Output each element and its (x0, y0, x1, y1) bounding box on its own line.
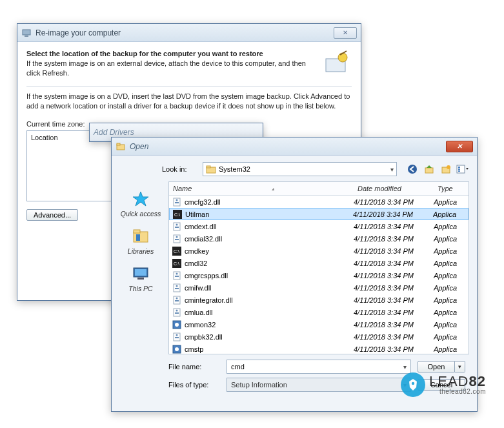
file-list-header[interactable]: Name▴ Date modified Type (169, 182, 469, 196)
file-name: cmdl32 (185, 260, 354, 267)
file-row[interactable]: cmdial32.dll4/11/2018 3:34 PMApplica (169, 232, 469, 245)
file-row[interactable]: cmintegrator.dll4/11/2018 3:34 PMApplica (169, 294, 469, 306)
file-type: Applica (434, 345, 466, 353)
reimage-titlebar[interactable]: Re-image your computer ✕ (17, 24, 361, 42)
place-libraries[interactable]: Libraries (128, 227, 154, 255)
open-icon (116, 141, 126, 152)
svg-rect-18 (136, 234, 140, 241)
watermark: LEAD82 thelead82.com (401, 372, 486, 397)
place-this-pc[interactable]: This PC (128, 264, 152, 292)
lookin-label: Look in: (162, 165, 197, 173)
folder-icon (206, 165, 216, 174)
svg-rect-38 (175, 276, 179, 277)
lookin-dropdown[interactable]: System32 ▾ (203, 162, 397, 176)
file-type-icon: C:\ (172, 246, 182, 256)
svg-text:C:\: C:\ (174, 261, 179, 266)
file-name: cmcfg32.dll (185, 198, 354, 206)
filetype-dropdown[interactable]: Setup Information ▾ (227, 378, 411, 392)
filetype-label: Files of type: (168, 381, 220, 389)
file-row[interactable]: C:\Utilman4/11/2018 3:34 PMApplica (169, 208, 469, 220)
nav-viewmenu-icon[interactable] (456, 163, 469, 176)
reimage-icon (21, 28, 32, 38)
open-title: Open (130, 142, 148, 151)
file-name: cmgrcspps.dll (185, 272, 354, 280)
reimage-heading: Select the location of the backup for th… (26, 50, 263, 57)
file-row[interactable]: cmlua.dll4/11/2018 3:34 PMApplica (169, 306, 469, 318)
file-name: cmdext.dll (185, 223, 354, 230)
svg-rect-1 (25, 36, 28, 37)
open-button[interactable]: Open (418, 361, 455, 372)
svg-rect-23 (175, 202, 179, 203)
add-drivers-title: Add Drivers (94, 128, 134, 137)
svg-point-24 (176, 199, 178, 201)
chevron-down-icon: ▾ (403, 363, 407, 371)
file-name: cmifw.dll (185, 284, 354, 292)
file-name: cmdkey (185, 247, 354, 255)
file-date: 4/11/2018 3:34 PM (354, 247, 434, 255)
file-type-icon (172, 197, 182, 207)
svg-text:C:\: C:\ (174, 212, 180, 217)
filename-input[interactable]: cmd ▾ (227, 360, 411, 374)
file-row[interactable]: cmmon324/11/2018 3:34 PMApplica (169, 318, 469, 331)
open-button-dropdown[interactable]: ▾ (455, 361, 465, 372)
svg-rect-15 (458, 170, 460, 172)
file-date: 4/11/2018 3:34 PM (354, 260, 434, 267)
file-type-icon (172, 283, 182, 293)
file-date: 4/11/2018 3:34 PM (354, 235, 434, 243)
svg-point-56 (412, 382, 414, 385)
file-date: 4/11/2018 3:34 PM (354, 223, 434, 230)
svg-point-3 (338, 53, 347, 62)
file-date: 4/11/2018 3:34 PM (354, 198, 434, 206)
file-date: 4/11/2018 3:34 PM (354, 333, 434, 341)
svg-rect-47 (175, 312, 179, 314)
file-type: Applica (433, 210, 465, 218)
svg-point-8 (408, 165, 417, 174)
svg-rect-14 (458, 168, 460, 170)
svg-point-11 (447, 165, 450, 169)
file-date: 4/11/2018 3:34 PM (353, 210, 433, 218)
file-type-icon (172, 270, 182, 281)
svg-point-55 (175, 347, 179, 351)
place-quick-access[interactable]: Quick access (121, 189, 161, 218)
advanced-button[interactable]: Advanced... (26, 209, 78, 221)
file-type: Applica (434, 247, 466, 255)
svg-point-32 (176, 236, 178, 238)
file-type-icon (172, 295, 182, 305)
file-type: Applica (434, 272, 466, 280)
file-row[interactable]: cmpbk32.dll4/11/2018 3:34 PMApplica (169, 331, 469, 343)
reimage-paragraph: If the system image is on a DVD, insert … (26, 92, 352, 111)
open-close-button[interactable]: ✕ (446, 141, 473, 152)
file-row[interactable]: C:\cmdl324/11/2018 3:34 PMApplica (169, 257, 469, 269)
file-date: 4/11/2018 3:34 PM (354, 272, 434, 280)
file-list[interactable]: cmcfg32.dll4/11/2018 3:34 PMApplicaC:\Ut… (169, 196, 469, 354)
open-titlebar[interactable]: Open ✕ (112, 138, 477, 156)
svg-point-39 (176, 272, 178, 274)
file-date: 4/11/2018 3:34 PM (354, 309, 434, 316)
nav-newfolder-icon[interactable] (439, 163, 452, 176)
svg-rect-12 (457, 165, 465, 173)
wizard-icon (322, 50, 352, 79)
svg-point-45 (176, 297, 178, 299)
file-date: 4/11/2018 3:34 PM (354, 345, 434, 353)
nav-up-icon[interactable] (423, 163, 436, 176)
nav-back-icon[interactable] (406, 163, 419, 176)
file-row[interactable]: cmstp4/11/2018 3:34 PMApplica (169, 343, 469, 354)
file-type: Applica (434, 309, 466, 316)
file-row[interactable]: cmcfg32.dll4/11/2018 3:34 PMApplica (169, 196, 469, 208)
open-dialog: Open ✕ Look in: System32 ▾ (111, 137, 478, 412)
svg-rect-17 (134, 230, 140, 233)
svg-rect-44 (175, 300, 179, 301)
file-type-icon (172, 307, 182, 318)
svg-point-50 (175, 323, 179, 327)
file-name: cmstp (185, 345, 354, 353)
file-date: 4/11/2018 3:34 PM (354, 321, 434, 329)
reimage-close-button[interactable]: ✕ (334, 27, 357, 39)
svg-rect-13 (458, 167, 460, 168)
svg-rect-52 (175, 337, 179, 338)
file-row[interactable]: cmifw.dll4/11/2018 3:34 PMApplica (169, 281, 469, 294)
file-row[interactable]: cmgrcspps.dll4/11/2018 3:34 PMApplica (169, 269, 469, 281)
file-row[interactable]: cmdext.dll4/11/2018 3:34 PMApplica (169, 220, 469, 232)
file-row[interactable]: C:\cmdkey4/11/2018 3:34 PMApplica (169, 245, 469, 257)
file-date: 4/11/2018 3:34 PM (354, 296, 434, 304)
file-type: Applica (434, 284, 466, 292)
